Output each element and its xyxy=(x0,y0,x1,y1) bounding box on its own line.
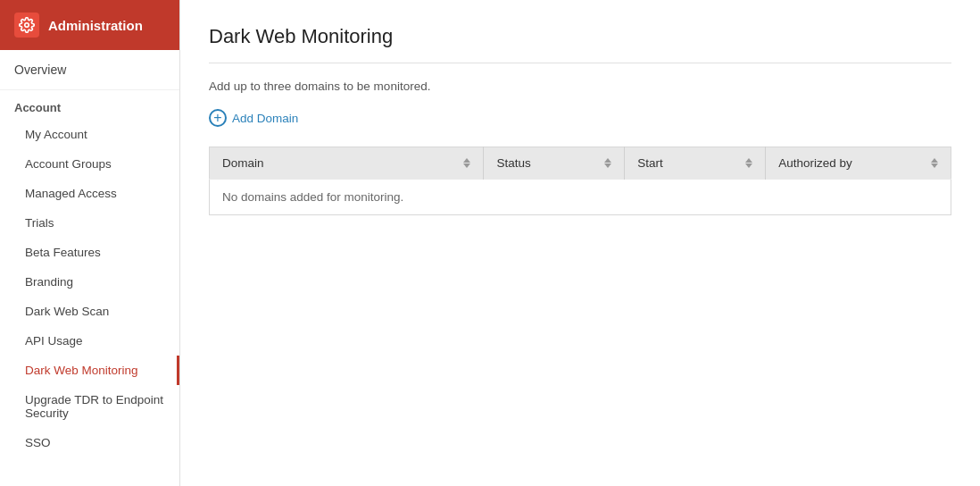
add-domain-plus-icon: + xyxy=(209,109,227,127)
sort-authorized-icon xyxy=(931,158,938,168)
sidebar-item-trials[interactable]: Trials xyxy=(0,208,179,238)
gear-icon xyxy=(14,13,39,38)
empty-message: No domains added for monitoring. xyxy=(210,180,951,215)
column-header-domain[interactable]: Domain xyxy=(210,147,484,180)
sidebar-item-overview[interactable]: Overview xyxy=(0,50,179,90)
sidebar-header: Administration xyxy=(0,0,179,50)
sidebar-item-my-account[interactable]: My Account xyxy=(0,120,179,149)
sidebar-item-managed-access[interactable]: Managed Access xyxy=(0,179,179,208)
add-domain-label: Add Domain xyxy=(232,112,298,125)
domains-table: Domain Status xyxy=(209,147,951,215)
sidebar-item-account-groups[interactable]: Account Groups xyxy=(0,149,179,179)
sidebar-item-upgrade-tdr[interactable]: Upgrade TDR to Endpoint Security xyxy=(0,385,179,428)
sidebar: Administration Overview Account My Accou… xyxy=(0,0,180,486)
sidebar-title: Administration xyxy=(48,18,143,33)
add-domain-button[interactable]: + Add Domain xyxy=(209,109,298,127)
page-title: Dark Web Monitoring xyxy=(209,25,951,63)
sort-domain-icon xyxy=(463,158,470,168)
sidebar-item-branding[interactable]: Branding xyxy=(0,267,179,297)
table-empty-row: No domains added for monitoring. xyxy=(210,180,951,215)
sidebar-item-dark-web-monitoring[interactable]: Dark Web Monitoring xyxy=(0,356,179,385)
sidebar-item-api-usage[interactable]: API Usage xyxy=(0,326,179,356)
sidebar-item-sso[interactable]: SSO xyxy=(0,428,179,457)
page-subtitle: Add up to three domains to be monitored. xyxy=(209,80,951,93)
sidebar-item-dark-web-scan[interactable]: Dark Web Scan xyxy=(0,297,179,326)
main-content: Dark Web Monitoring Add up to three doma… xyxy=(180,0,980,486)
sidebar-section-account: Account xyxy=(0,90,179,120)
sidebar-item-beta-features[interactable]: Beta Features xyxy=(0,238,179,267)
column-header-authorized-by[interactable]: Authorized by xyxy=(766,147,951,180)
svg-point-0 xyxy=(25,23,29,28)
sort-status-icon xyxy=(604,158,611,168)
column-header-status[interactable]: Status xyxy=(484,147,625,180)
sort-start-icon xyxy=(745,158,752,168)
column-header-start[interactable]: Start xyxy=(625,147,766,180)
